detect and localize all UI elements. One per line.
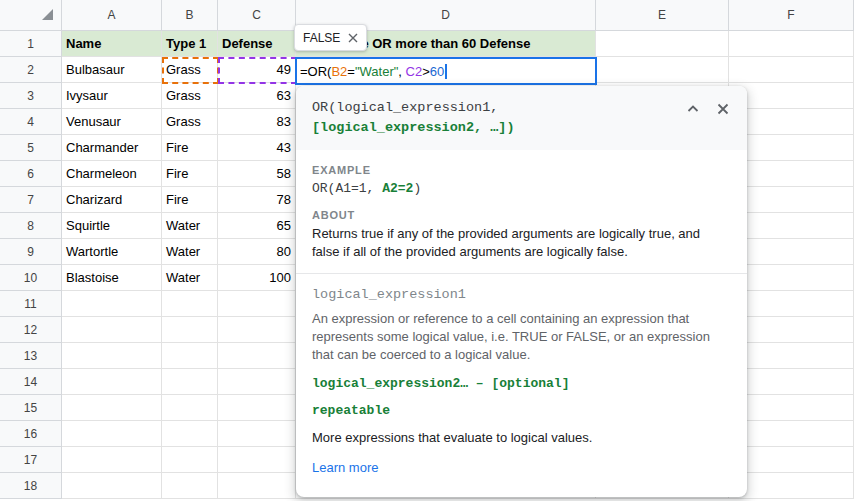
cell-B9[interactable]: Water bbox=[162, 239, 218, 265]
cell-B10[interactable]: Water bbox=[162, 265, 218, 291]
cell-F1[interactable] bbox=[729, 31, 854, 57]
column-header-C[interactable]: C bbox=[218, 0, 296, 31]
row-header-7[interactable]: 7 bbox=[0, 187, 62, 213]
cell-F10[interactable] bbox=[729, 265, 854, 291]
row-header-1[interactable]: 1 bbox=[0, 31, 62, 57]
cell-C9[interactable]: 80 bbox=[218, 239, 296, 265]
cell-C12[interactable] bbox=[218, 317, 296, 343]
cell-F13[interactable] bbox=[729, 343, 854, 369]
row-header-17[interactable]: 17 bbox=[0, 447, 62, 473]
cell-F7[interactable] bbox=[729, 187, 854, 213]
cell-C3[interactable]: 63 bbox=[218, 83, 296, 109]
cell-A3[interactable]: Ivysaur bbox=[62, 83, 162, 109]
row-header-14[interactable]: 14 bbox=[0, 369, 62, 395]
cell-F12[interactable] bbox=[729, 317, 854, 343]
cell-A10[interactable]: Blastoise bbox=[62, 265, 162, 291]
cell-B17[interactable] bbox=[162, 447, 218, 473]
column-header-A[interactable]: A bbox=[62, 0, 162, 31]
close-icon[interactable] bbox=[713, 99, 733, 119]
cell-F5[interactable] bbox=[729, 135, 854, 161]
cell-C6[interactable]: 58 bbox=[218, 161, 296, 187]
cell-A6[interactable]: Charmeleon bbox=[62, 161, 162, 187]
cell-A2[interactable]: Bulbasaur bbox=[62, 57, 162, 83]
cell-C5[interactable]: 43 bbox=[218, 135, 296, 161]
cell-A13[interactable] bbox=[62, 343, 162, 369]
cell-B16[interactable] bbox=[162, 421, 218, 447]
cell-A12[interactable] bbox=[62, 317, 162, 343]
formula-cell-editor[interactable]: =OR(B2="Water", C2>60 bbox=[295, 57, 597, 85]
row-header-5[interactable]: 5 bbox=[0, 135, 62, 161]
row-header-16[interactable]: 16 bbox=[0, 421, 62, 447]
learn-more-link[interactable]: Learn more bbox=[312, 460, 378, 475]
cell-B13[interactable] bbox=[162, 343, 218, 369]
cell-F11[interactable] bbox=[729, 291, 854, 317]
cell-F8[interactable] bbox=[729, 213, 854, 239]
cell-F16[interactable] bbox=[729, 421, 854, 447]
cell-C14[interactable] bbox=[218, 369, 296, 395]
cell-B6[interactable]: Fire bbox=[162, 161, 218, 187]
cell-C11[interactable] bbox=[218, 291, 296, 317]
row-header-11[interactable]: 11 bbox=[0, 291, 62, 317]
cell-C17[interactable] bbox=[218, 447, 296, 473]
cell-C15[interactable] bbox=[218, 395, 296, 421]
collapse-icon[interactable] bbox=[683, 99, 703, 119]
cell-F18[interactable] bbox=[729, 473, 854, 499]
cell-A4[interactable]: Venusaur bbox=[62, 109, 162, 135]
row-header-6[interactable]: 6 bbox=[0, 161, 62, 187]
cell-B7[interactable]: Fire bbox=[162, 187, 218, 213]
cell-F14[interactable] bbox=[729, 369, 854, 395]
cell-C8[interactable]: 65 bbox=[218, 213, 296, 239]
cell-B1[interactable]: Type 1 bbox=[162, 31, 218, 57]
cell-B5[interactable]: Fire bbox=[162, 135, 218, 161]
cell-B3[interactable]: Grass bbox=[162, 83, 218, 109]
close-icon[interactable] bbox=[348, 33, 358, 43]
cell-A18[interactable] bbox=[62, 473, 162, 499]
cell-A15[interactable] bbox=[62, 395, 162, 421]
cell-F6[interactable] bbox=[729, 161, 854, 187]
cell-A14[interactable] bbox=[62, 369, 162, 395]
cell-F2[interactable] bbox=[729, 57, 854, 83]
row-header-15[interactable]: 15 bbox=[0, 395, 62, 421]
cell-B11[interactable] bbox=[162, 291, 218, 317]
cell-A16[interactable] bbox=[62, 421, 162, 447]
row-header-4[interactable]: 4 bbox=[0, 109, 62, 135]
cell-F17[interactable] bbox=[729, 447, 854, 473]
cell-C4[interactable]: 83 bbox=[218, 109, 296, 135]
cell-B4[interactable]: Grass bbox=[162, 109, 218, 135]
cell-B14[interactable] bbox=[162, 369, 218, 395]
cell-C13[interactable] bbox=[218, 343, 296, 369]
cell-A17[interactable] bbox=[62, 447, 162, 473]
cell-C1[interactable]: Defense bbox=[218, 31, 296, 57]
row-header-18[interactable]: 18 bbox=[0, 473, 62, 499]
cell-A11[interactable] bbox=[62, 291, 162, 317]
column-header-E[interactable]: E bbox=[596, 0, 729, 31]
cell-E1[interactable] bbox=[596, 31, 729, 57]
cell-B12[interactable] bbox=[162, 317, 218, 343]
cell-E2[interactable] bbox=[596, 57, 729, 83]
row-header-13[interactable]: 13 bbox=[0, 343, 62, 369]
cell-B8[interactable]: Water bbox=[162, 213, 218, 239]
cell-C16[interactable] bbox=[218, 421, 296, 447]
cell-A9[interactable]: Wartortle bbox=[62, 239, 162, 265]
row-header-12[interactable]: 12 bbox=[0, 317, 62, 343]
cell-C2[interactable]: 49 bbox=[218, 57, 296, 83]
cell-F15[interactable] bbox=[729, 395, 854, 421]
cell-C7[interactable]: 78 bbox=[218, 187, 296, 213]
row-header-10[interactable]: 10 bbox=[0, 265, 62, 291]
cell-B18[interactable] bbox=[162, 473, 218, 499]
select-all-corner[interactable] bbox=[0, 0, 62, 31]
row-header-2[interactable]: 2 bbox=[0, 57, 62, 83]
cell-A5[interactable]: Charmander bbox=[62, 135, 162, 161]
cell-B15[interactable] bbox=[162, 395, 218, 421]
cell-C10[interactable]: 100 bbox=[218, 265, 296, 291]
column-header-F[interactable]: F bbox=[729, 0, 854, 31]
cell-F3[interactable] bbox=[729, 83, 854, 109]
row-header-8[interactable]: 8 bbox=[0, 213, 62, 239]
cell-A8[interactable]: Squirtle bbox=[62, 213, 162, 239]
cell-A1[interactable]: Name bbox=[62, 31, 162, 57]
cell-A7[interactable]: Charizard bbox=[62, 187, 162, 213]
cell-C18[interactable] bbox=[218, 473, 296, 499]
row-header-3[interactable]: 3 bbox=[0, 83, 62, 109]
cell-F9[interactable] bbox=[729, 239, 854, 265]
row-header-9[interactable]: 9 bbox=[0, 239, 62, 265]
